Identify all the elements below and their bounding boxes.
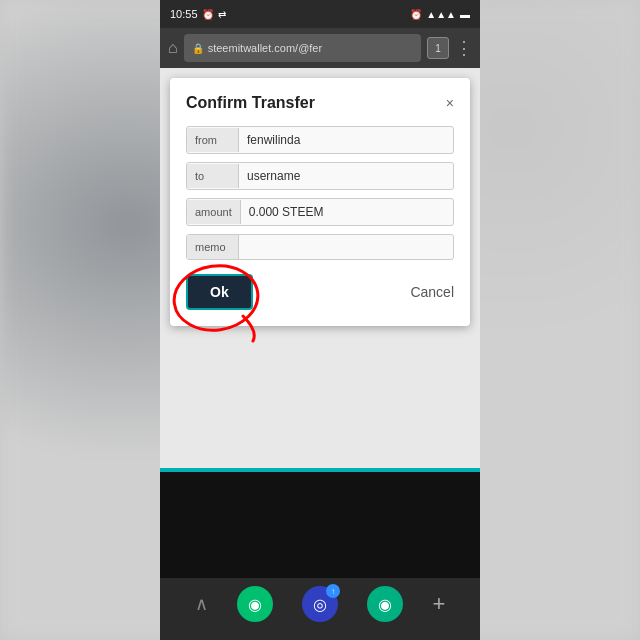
browser-menu-icon[interactable]: ⋮ — [455, 39, 472, 57]
sync-icon: ⇄ — [218, 9, 226, 20]
app1-icon: ◉ — [248, 595, 262, 614]
battery-icon: ▬ — [460, 9, 470, 20]
modal-title: Confirm Transfer — [186, 94, 315, 112]
nav-plus-icon[interactable]: + — [432, 591, 445, 617]
browser-bottom — [160, 468, 480, 578]
status-right: ⏰ ▲▲▲ ▬ — [410, 9, 470, 20]
address-bar[interactable]: 🔒 steemitwallet.com/@fer — [184, 34, 421, 62]
status-bar: 10:55 ⏰ ⇄ ⏰ ▲▲▲ ▬ — [160, 0, 480, 28]
home-icon[interactable]: ⌂ — [168, 39, 178, 57]
amount-value: 0.000 STEEM — [241, 199, 453, 225]
from-label: from — [187, 128, 239, 152]
alarm2-icon: ⏰ — [410, 9, 422, 20]
to-value: username — [239, 163, 453, 189]
nav-up-arrow[interactable]: ∧ — [195, 593, 208, 615]
from-value: fenwilinda — [239, 127, 453, 153]
browser-bar: ⌂ 🔒 steemitwallet.com/@fer 1 ⋮ — [160, 28, 480, 68]
ok-button[interactable]: Ok — [186, 274, 253, 310]
android-nav-bar: ∧ ◉ ◎ ↑ ◉ + — [160, 578, 480, 630]
page-area: Confirm Transfer × from fenwilinda to us… — [160, 68, 480, 468]
black-content — [160, 472, 480, 578]
phone-container: 10:55 ⏰ ⇄ ⏰ ▲▲▲ ▬ ⌂ 🔒 steemitwallet.com/… — [160, 0, 480, 640]
cancel-button[interactable]: Cancel — [410, 284, 454, 300]
modal-actions: Ok Cancel — [186, 274, 454, 310]
alarm-icon: ⏰ — [202, 9, 214, 20]
status-left: 10:55 ⏰ ⇄ — [170, 8, 226, 20]
memo-value — [239, 241, 453, 253]
nav-app-2[interactable]: ◎ ↑ — [302, 586, 338, 622]
memo-field[interactable]: memo — [186, 234, 454, 260]
amount-label: amount — [187, 200, 241, 224]
tab-count[interactable]: 1 — [427, 37, 449, 59]
from-field: from fenwilinda — [186, 126, 454, 154]
url-text: steemitwallet.com/@fer — [208, 42, 322, 54]
time-display: 10:55 — [170, 8, 198, 20]
amount-field[interactable]: amount 0.000 STEEM — [186, 198, 454, 226]
lock-icon: 🔒 — [192, 43, 204, 54]
page-content: Confirm Transfer × from fenwilinda to us… — [160, 68, 480, 468]
android-gesture-bar: ⟲ ○ □ — [160, 630, 480, 640]
to-label: to — [187, 164, 239, 188]
nav-app-3[interactable]: ◉ — [367, 586, 403, 622]
modal-header: Confirm Transfer × — [186, 94, 454, 112]
ok-button-wrapper: Ok — [186, 274, 253, 310]
memo-label: memo — [187, 235, 239, 259]
nav-badge: ↑ — [326, 584, 340, 598]
signal-icon: ▲▲▲ — [426, 9, 456, 20]
confirm-transfer-modal: Confirm Transfer × from fenwilinda to us… — [170, 78, 470, 326]
app3-icon: ◉ — [378, 595, 392, 614]
app2-icon: ◎ — [313, 595, 327, 614]
nav-app-1[interactable]: ◉ — [237, 586, 273, 622]
modal-close-button[interactable]: × — [446, 96, 454, 110]
to-field[interactable]: to username — [186, 162, 454, 190]
